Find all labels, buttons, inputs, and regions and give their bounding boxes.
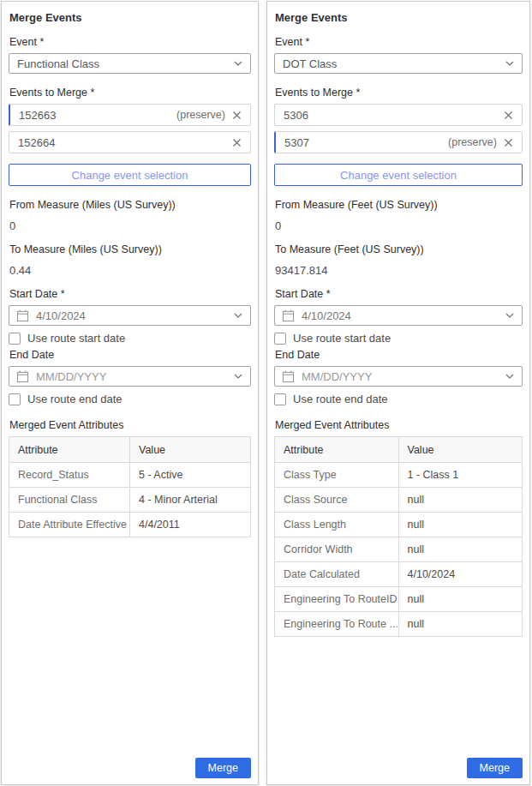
table-row: Engineering To RouteIDnull (275, 587, 523, 612)
event-field: Event * Functional Class (9, 36, 251, 74)
table-row: Date Attribute Effective4/4/2011 (9, 513, 251, 537)
remove-event-icon[interactable] (503, 110, 514, 121)
table-row: Functional Class4 - Minor Arterial (9, 488, 251, 513)
change-event-selection-button[interactable]: Change event selection (274, 164, 523, 186)
use-route-end-date-checkbox[interactable] (274, 393, 286, 405)
events-to-merge-label: Events to Merge * (9, 87, 250, 99)
end-date-input[interactable]: MM/DD/YYYY (9, 366, 251, 387)
calendar-icon (282, 370, 295, 383)
value-cell: null (398, 587, 523, 612)
use-route-start-date-checkbox[interactable] (9, 333, 21, 345)
event-select[interactable]: DOT Class (274, 53, 523, 74)
end-date-label: End Date (275, 349, 522, 361)
event-item[interactable]: 5306 (274, 104, 523, 126)
table-row: Date Calculated4/10/2024 (275, 562, 523, 587)
event-id: 5306 (284, 109, 308, 122)
table-header-row: Attribute Value (275, 437, 523, 463)
chevron-down-icon (505, 313, 514, 318)
attribute-cell: Corridor Width (275, 537, 399, 562)
change-event-selection-button[interactable]: Change event selection (9, 164, 251, 186)
value-cell: 4 - Minor Arterial (130, 488, 251, 513)
attribute-cell: Class Length (275, 513, 399, 537)
preserve-label: (preserve) (448, 136, 497, 148)
table-row: Class Lengthnull (275, 513, 523, 537)
start-date-value: 4/10/2024 (36, 309, 227, 322)
to-measure-value: 93417.814 (275, 264, 522, 277)
chevron-down-icon (234, 61, 242, 66)
merge-button[interactable]: Merge (195, 758, 251, 778)
event-label: Event * (9, 36, 250, 48)
merged-event-attributes-label: Merged Event Attributes (275, 419, 522, 431)
value-column-header: Value (130, 437, 251, 463)
preserve-label: (preserve) (176, 109, 225, 121)
merge-button[interactable]: Merge (467, 758, 523, 778)
calendar-icon (16, 309, 29, 322)
attributes-table: Attribute Value Record_Status5 - ActiveF… (9, 436, 251, 537)
event-select[interactable]: Functional Class (9, 53, 251, 74)
event-item[interactable]: 152664 (9, 131, 251, 153)
event-item[interactable]: 5307(preserve) (274, 131, 523, 153)
attribute-cell: Date Calculated (275, 562, 399, 587)
event-id: 5307 (284, 136, 309, 149)
merge-events-panel-left: Merge Events Event * Functional Class Ev… (1, 1, 259, 785)
event-item-list: 53065307(preserve) (274, 104, 523, 153)
end-date-input[interactable]: MM/DD/YYYY (274, 366, 523, 387)
merged-event-attributes-label: Merged Event Attributes (9, 419, 250, 431)
chevron-down-icon (505, 61, 514, 66)
event-item[interactable]: 152663(preserve) (9, 104, 251, 126)
merge-button-row: Merge (274, 758, 523, 779)
start-date-label: Start Date * (9, 288, 250, 300)
merge-button-row: Merge (9, 758, 251, 779)
attributes-table: Attribute Value Class Type1 - Class 1Cla… (274, 436, 523, 637)
merge-events-workspace: Merge Events Event * Functional Class Ev… (0, 0, 532, 786)
remove-event-icon[interactable] (503, 137, 514, 148)
start-date-input[interactable]: 4/10/2024 (274, 305, 523, 326)
from-measure-value: 0 (275, 219, 522, 232)
use-route-start-date-checkbox[interactable] (274, 333, 286, 345)
events-to-merge-label: Events to Merge * (275, 87, 522, 99)
event-select-value: DOT Class (283, 57, 505, 70)
use-route-end-date-checkbox[interactable] (9, 393, 21, 405)
event-label: Event * (275, 36, 522, 48)
end-date-placeholder: MM/DD/YYYY (36, 370, 227, 383)
event-item-list: 152663(preserve)152664 (9, 104, 251, 153)
use-route-end-date-row[interactable]: Use route end date (9, 393, 251, 405)
calendar-icon (282, 309, 295, 322)
use-route-start-date-row[interactable]: Use route start date (274, 332, 523, 345)
use-route-end-date-row[interactable]: Use route end date (274, 393, 523, 405)
chevron-down-icon (505, 374, 514, 379)
from-measure-field: From Measure (Miles (US Survey)) 0 (9, 199, 251, 232)
use-route-start-date-label: Use route start date (27, 332, 125, 345)
calendar-icon (16, 370, 29, 383)
merged-event-attributes: Merged Event Attributes Attribute Value … (9, 419, 251, 537)
table-header-row: Attribute Value (9, 437, 251, 463)
to-measure-field: To Measure (Feet (US Survey)) 93417.814 (274, 243, 523, 277)
attribute-cell: Record_Status (9, 463, 130, 488)
table-row: Engineering To Route ...null (275, 612, 523, 637)
use-route-start-date-label: Use route start date (293, 332, 391, 345)
remove-event-icon[interactable] (231, 137, 242, 148)
end-date-label: End Date (9, 349, 250, 361)
attribute-cell: Class Source (275, 488, 399, 513)
table-row: Corridor Widthnull (275, 537, 523, 562)
start-date-input[interactable]: 4/10/2024 (9, 305, 251, 326)
from-measure-label: From Measure (Miles (US Survey)) (9, 199, 250, 211)
from-measure-label: From Measure (Feet (US Survey)) (275, 199, 522, 211)
start-date-value: 4/10/2024 (302, 309, 499, 322)
to-measure-value: 0.44 (9, 264, 250, 277)
merge-events-panel-right: Merge Events Event * DOT Class Events to… (266, 1, 530, 785)
value-cell: null (398, 612, 523, 637)
attribute-column-header: Attribute (9, 437, 130, 463)
value-cell: null (398, 488, 523, 513)
start-date-label: Start Date * (275, 288, 522, 300)
events-to-merge-field: Events to Merge * 152663(preserve)152664… (9, 87, 251, 186)
merged-event-attributes: Merged Event Attributes Attribute Value … (274, 419, 523, 637)
from-measure-value: 0 (9, 219, 250, 232)
use-route-start-date-row[interactable]: Use route start date (9, 332, 251, 345)
value-cell: null (398, 513, 523, 537)
attribute-cell: Functional Class (9, 488, 130, 513)
value-cell: 5 - Active (130, 463, 251, 488)
events-to-merge-field: Events to Merge * 53065307(preserve) Cha… (274, 87, 523, 186)
event-id: 152663 (19, 109, 56, 122)
remove-event-icon[interactable] (231, 110, 242, 121)
